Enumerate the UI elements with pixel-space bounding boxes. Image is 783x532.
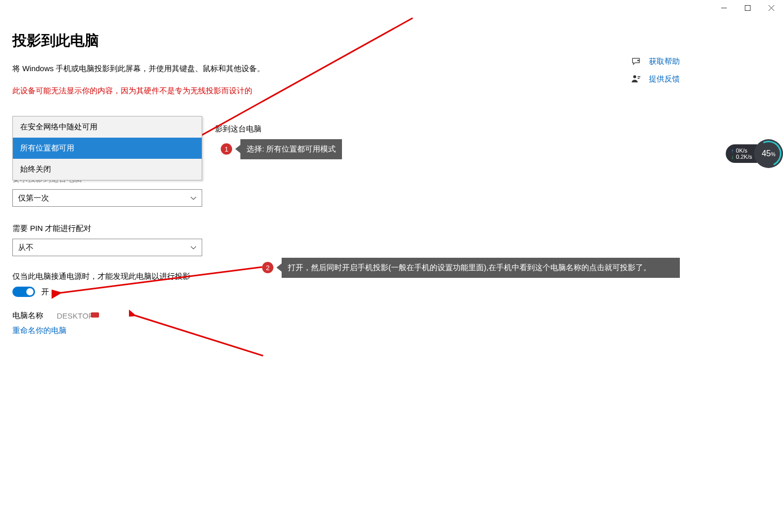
pin-value: 从不 [18,243,34,253]
svg-rect-6 [638,76,640,77]
download-speed: 0.2K/s [736,154,752,160]
power-only-label: 仅当此电脑接通电源时，才能发现此电脑以进行投影 [12,272,190,281]
network-speed-overlay: ↑0K/s ↓0.2K/s 45% [726,139,783,168]
power-only-toggle[interactable] [12,287,35,297]
upload-arrow-icon: ↑ [731,147,734,154]
dropdown-option-always-off[interactable]: 始终关闭 [13,159,202,180]
give-feedback-link[interactable]: 提供反馈 [630,73,680,85]
get-help-label: 获取帮助 [649,57,680,66]
svg-point-4 [638,60,639,61]
chat-icon [630,56,642,67]
annotation-text-1: 选择: 所有位置都可用模式 [240,139,342,159]
gauge-ring-icon [752,137,783,170]
chevron-down-icon [190,244,197,251]
obscured-label-fragment: 影到这台电脑 [215,124,262,134]
ask-to-project-value: 仅第一次 [18,193,49,203]
redacted-mark [91,312,99,318]
chevron-down-icon [190,195,197,201]
page-description: 将 Windows 手机或电脑投影到此屏幕，并使用其键盘、鼠标和其他设备。 [12,63,312,74]
availability-dropdown-panel[interactable]: 在安全网络中随处可用 所有位置都可用 始终关闭 [12,116,202,180]
feedback-label: 提供反馈 [649,74,680,84]
netspeed-panel: ↑0K/s ↓0.2K/s [726,144,757,163]
annotation-callout-2: 2 打开，然后同时开启手机投影(一般在手机的设置功能里面),在手机中看到这个电脑… [262,258,680,278]
dropdown-option-everywhere[interactable]: 所有位置都可用 [13,138,202,159]
window-controls [712,0,783,15]
get-help-link[interactable]: 获取帮助 [630,56,680,67]
ask-to-project-select[interactable]: 仅第一次 [12,189,202,207]
callout-arrow-icon [235,145,240,153]
dropdown-option-secure-network[interactable]: 在安全网络中随处可用 [13,117,202,138]
warning-text: 此设备可能无法显示你的内容，因为其硬件不是专为无线投影而设计的 [12,85,260,96]
pc-name-value: DESKTOP- [57,311,96,320]
pin-section: 需要 PIN 才能进行配对 从不 [12,224,202,256]
main-content: 投影到此电脑 将 Windows 手机或电脑投影到此屏幕，并使用其键盘、鼠标和其… [12,31,312,103]
rename-pc-link[interactable]: 重命名你的电脑 [12,326,96,336]
svg-rect-7 [638,78,639,79]
netspeed-gauge: 45% [754,139,783,168]
annotation-arrow-3 [129,309,268,361]
annotation-badge-2: 2 [262,262,273,273]
annotation-text-2: 打开，然后同时开启手机投影(一般在手机的设置功能里面),在手机中看到这个电脑名称… [282,258,680,278]
svg-rect-1 [745,5,750,10]
upload-speed: 0K/s [736,147,747,154]
minimize-button[interactable] [712,0,736,15]
annotation-badge-1: 1 [221,143,232,155]
maximize-button[interactable] [736,0,759,15]
pin-label: 需要 PIN 才能进行配对 [12,224,202,234]
pc-name-label: 电脑名称 [12,311,43,321]
pin-select[interactable]: 从不 [12,239,202,256]
page-title: 投影到此电脑 [12,31,312,51]
close-button[interactable] [759,0,783,15]
annotation-callout-1: 1 选择: 所有位置都可用模式 [221,139,342,159]
svg-line-13 [135,315,263,356]
callout-arrow-icon [276,263,282,272]
help-column: 获取帮助 提供反馈 [630,56,680,91]
svg-point-5 [633,75,637,78]
toggle-state-label: 开 [41,287,49,297]
pc-name-section: 电脑名称 DESKTOP- 重命名你的电脑 [12,311,96,336]
download-arrow-icon: ↓ [731,154,734,160]
person-icon [630,73,642,85]
power-only-section: 仅当此电脑接通电源时，才能发现此电脑以进行投影 开 [12,272,190,297]
